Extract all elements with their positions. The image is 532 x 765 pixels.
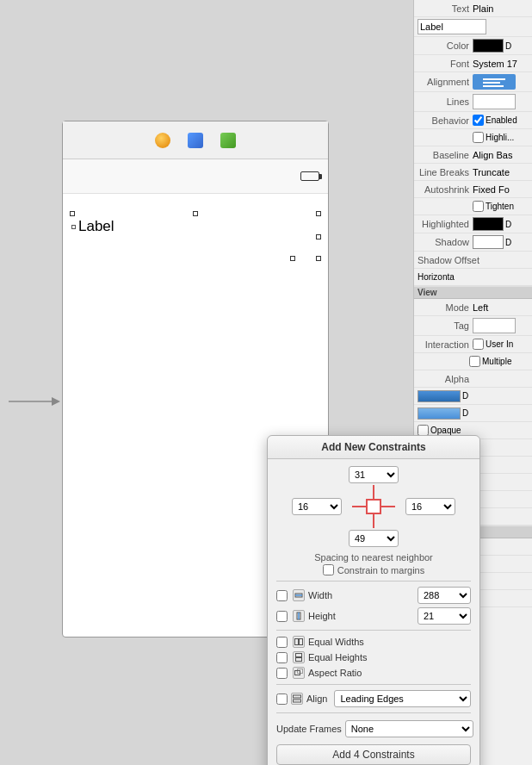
resize-handle-bottom-right-1[interactable] xyxy=(290,256,295,261)
resize-handle-middle-right[interactable] xyxy=(316,234,321,239)
svg-rect-9 xyxy=(295,639,299,645)
svg-rect-10 xyxy=(300,639,303,645)
highlighted-row: Highlighted D xyxy=(414,215,532,233)
equal-heights-row: Equal Heights xyxy=(276,650,471,665)
line-breaks-label: Line Breaks xyxy=(418,167,469,177)
tag-input[interactable] xyxy=(473,318,516,333)
multiple-row: Multiple xyxy=(414,353,532,370)
update-frames-row: Update Frames None Items of New Constrai… xyxy=(276,717,471,741)
user-interaction-label: User In xyxy=(473,339,513,350)
width-icon xyxy=(293,589,305,601)
font-value: System 17 xyxy=(473,59,517,69)
equal-widths-row: Equal Widths xyxy=(276,634,471,650)
shadow-label: Shadow xyxy=(418,237,469,247)
equal-heights-checkbox[interactable] xyxy=(276,652,288,663)
baseline-row: Baseline Align Bas xyxy=(414,146,532,164)
constrain-margins-row: Constrain to margins xyxy=(276,564,471,575)
align-icon xyxy=(291,693,303,705)
alignment-button[interactable] xyxy=(473,74,516,90)
constrain-margins-checkbox[interactable] xyxy=(323,564,334,575)
enabled-checkbox-label: Enabled xyxy=(473,115,517,126)
highlighted-swatch[interactable] xyxy=(473,217,504,231)
constraints-title: Add New Constraints xyxy=(268,436,479,459)
label-element[interactable]: Label xyxy=(71,218,114,235)
update-frames-select[interactable]: None Items of New Constraints All Frames… xyxy=(345,720,473,737)
height-row: Height 21 xyxy=(276,606,471,626)
spacing-middle: 16 16 xyxy=(292,485,455,528)
top-spacing-select[interactable]: 31 xyxy=(349,466,399,483)
aspect-ratio-checkbox[interactable] xyxy=(276,668,288,679)
divider-3 xyxy=(276,684,471,685)
autoshrink-value: Fixed Fo xyxy=(473,184,510,195)
battery-icon xyxy=(300,171,319,181)
resize-handle-top-left[interactable] xyxy=(70,211,75,216)
svg-marker-1 xyxy=(52,397,60,406)
highlight-checkbox-label: Highli... xyxy=(473,132,514,143)
height-label: Height xyxy=(308,611,414,621)
lines-input[interactable] xyxy=(473,94,516,109)
label-resize-handle[interactable] xyxy=(71,225,76,229)
interaction-label: Interaction xyxy=(418,339,469,350)
shadow-offset-row: Shadow Offset xyxy=(414,252,532,269)
aspect-ratio-label: Aspect Ratio xyxy=(308,668,471,678)
autoshrink-label: Autoshrink xyxy=(418,184,469,195)
behavior-row: Behavior Enabled xyxy=(414,112,532,129)
tighten-checkbox[interactable] xyxy=(473,201,484,212)
cross-center-box xyxy=(366,499,381,514)
alpha-label: Alpha xyxy=(418,374,469,384)
resize-handle-top-center[interactable] xyxy=(193,211,198,216)
resize-handle-bottom-right-2[interactable] xyxy=(316,256,321,261)
line-breaks-row: Line Breaks Truncate xyxy=(414,164,532,181)
align-checkbox[interactable] xyxy=(276,693,288,705)
user-interaction-checkbox[interactable] xyxy=(473,339,484,350)
constraints-panel: Add New Constraints 31 16 xyxy=(267,435,480,765)
bg-color-swatch[interactable] xyxy=(418,390,461,402)
spacing-top: 31 xyxy=(349,466,399,483)
equal-widths-checkbox[interactable] xyxy=(276,637,288,648)
tint-color-swatch[interactable] xyxy=(418,407,461,420)
resize-handle-top-right[interactable] xyxy=(316,211,321,216)
equal-heights-icon xyxy=(293,651,305,663)
enabled-checkbox[interactable] xyxy=(473,115,484,126)
shadow-d: D xyxy=(505,238,511,247)
bottom-spacing-select[interactable]: 49 xyxy=(349,530,399,547)
aspect-ratio-row: Aspect Ratio xyxy=(276,665,471,681)
multiple-checkbox[interactable] xyxy=(469,356,480,367)
interaction-row: Interaction User In xyxy=(414,336,532,353)
width-select[interactable]: 288 xyxy=(418,587,471,604)
behavior-row2: Highli... xyxy=(414,129,532,146)
label-value-row xyxy=(414,17,532,37)
height-checkbox[interactable] xyxy=(276,611,288,622)
add-constraints-button[interactable]: Add 4 Constraints xyxy=(276,744,471,765)
arrow-indicator xyxy=(9,393,60,413)
lines-label: Lines xyxy=(418,96,469,107)
equal-heights-label: Equal Heights xyxy=(308,652,471,662)
right-spacing-select[interactable]: 16 xyxy=(405,498,455,515)
shadow-offset-value: Horizonta xyxy=(418,272,455,282)
align-select[interactable]: Leading Edges Trailing Edges Top Edges B… xyxy=(334,690,471,707)
align-label: Align xyxy=(306,693,327,704)
spacing-cross-widget xyxy=(352,485,395,528)
height-select[interactable]: 21 xyxy=(418,607,471,625)
lines-row: Lines xyxy=(414,92,532,112)
shadow-swatch[interactable] xyxy=(473,235,504,249)
alignment-row: Alignment xyxy=(414,72,532,92)
update-frames-label: Update Frames xyxy=(276,724,342,734)
tighten-checkbox-label: Tighten xyxy=(473,201,514,212)
width-label: Width xyxy=(308,590,414,600)
autoshrink-row: Autoshrink Fixed Fo xyxy=(414,181,532,198)
alignment-label: Alignment xyxy=(418,77,469,87)
width-checkbox[interactable] xyxy=(276,590,288,601)
font-row: Font System 17 xyxy=(414,55,532,72)
toolbar-icon-orange xyxy=(155,133,170,148)
line-breaks-value: Truncate xyxy=(473,167,510,177)
highlight-checkbox[interactable] xyxy=(473,132,484,143)
label-input[interactable] xyxy=(418,19,486,34)
constrain-margins-label: Constrain to margins xyxy=(337,565,425,575)
left-spacing-select[interactable]: 16 xyxy=(292,498,342,515)
svg-rect-11 xyxy=(296,654,302,657)
aspect-ratio-icon xyxy=(293,667,305,679)
color-swatch[interactable] xyxy=(473,39,504,53)
svg-rect-16 xyxy=(294,700,301,702)
mode-label: Mode xyxy=(418,302,469,313)
